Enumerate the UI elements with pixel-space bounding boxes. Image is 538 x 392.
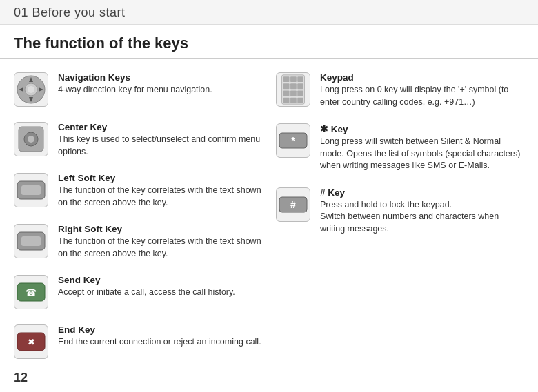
right-soft-key-icon <box>14 224 48 258</box>
key-title-right-soft-key: Right Soft Key <box>58 224 262 234</box>
svg-text:✖: ✖ <box>28 337 35 347</box>
section-title: The function of the keys <box>0 25 538 59</box>
key-title-navigation-keys: Navigation Keys <box>58 72 262 83</box>
key-item-center-key: Center KeyThis key is used to select/uns… <box>14 119 262 161</box>
center-key-icon <box>14 122 48 156</box>
key-item-keypad: KeypadLong press on 0 key will display t… <box>276 70 524 111</box>
svg-rect-13 <box>21 236 41 246</box>
key-title-keypad: Keypad <box>320 72 524 83</box>
key-desc-keypad: Long press on 0 key will display the '+'… <box>320 84 524 108</box>
left-soft-key-icon <box>14 173 48 207</box>
svg-text:☎: ☎ <box>26 287 37 298</box>
key-title-hash-key: # Key <box>320 187 524 198</box>
key-item-right-soft-key: Right Soft KeyThe function of the key co… <box>14 221 262 262</box>
page-header: 01 Before you start <box>0 0 538 25</box>
svg-rect-22 <box>283 83 290 89</box>
key-desc-send-key: Accept or initiate a call, access the ca… <box>58 287 262 299</box>
key-desc-end-key: End the current connection or reject an … <box>58 336 262 349</box>
content-area: Navigation Keys4-way direction key for m… <box>0 66 538 375</box>
key-desc-star-key: Long press will switch between Silent & … <box>320 136 524 172</box>
svg-point-9 <box>28 136 34 143</box>
key-desc-right-soft-key: The function of the key correlates with … <box>58 236 262 260</box>
svg-rect-23 <box>290 83 297 89</box>
key-item-send-key: ☎ Send KeyAccept or initiate a call, acc… <box>14 272 262 312</box>
key-item-hash-key: # # KeyPress and hold to lock the keypad… <box>276 185 524 238</box>
key-desc-navigation-keys: 4-way direction key for menu navigation. <box>58 84 262 96</box>
keypad-icon <box>276 72 310 107</box>
star-key-icon: * <box>276 123 310 158</box>
key-desc-center-key: This key is used to select/unselect and … <box>58 134 262 158</box>
svg-text:*: * <box>291 135 295 146</box>
svg-rect-28 <box>283 98 290 103</box>
svg-rect-24 <box>297 83 303 89</box>
key-item-left-soft-key: Left Soft KeyThe function of the key cor… <box>14 170 262 212</box>
page-footer: 12 <box>14 371 28 385</box>
key-title-star-key: ✱ Key <box>320 123 524 134</box>
svg-rect-27 <box>297 91 303 96</box>
send-key-icon: ☎ <box>14 275 48 309</box>
right-column: KeypadLong press on 0 key will display t… <box>269 66 531 375</box>
svg-text:#: # <box>290 199 296 210</box>
svg-rect-30 <box>297 98 303 103</box>
key-desc-hash-key: Press and hold to lock the keypad. Switc… <box>320 199 524 236</box>
key-desc-left-soft-key: The function of the key correlates with … <box>58 185 262 209</box>
svg-rect-11 <box>21 185 41 195</box>
key-item-star-key: * ✱ KeyLong press will switch between Si… <box>276 121 524 175</box>
nav-key-icon <box>14 72 48 107</box>
key-item-navigation-keys: Navigation Keys4-way direction key for m… <box>14 70 262 110</box>
key-item-end-key: ✖ End KeyEnd the current connection or r… <box>14 322 262 362</box>
svg-rect-19 <box>283 76 290 82</box>
svg-rect-20 <box>290 76 297 82</box>
left-column: Navigation Keys4-way direction key for m… <box>7 66 269 375</box>
svg-rect-21 <box>297 76 303 82</box>
key-title-left-soft-key: Left Soft Key <box>58 173 262 183</box>
hash-key-icon: # <box>276 187 310 222</box>
svg-point-2 <box>28 86 34 93</box>
key-title-send-key: Send Key <box>58 275 262 285</box>
svg-rect-29 <box>290 98 297 103</box>
key-title-end-key: End Key <box>58 324 262 335</box>
end-key-icon: ✖ <box>14 324 48 359</box>
svg-rect-26 <box>290 91 297 96</box>
key-title-center-key: Center Key <box>58 122 262 132</box>
svg-rect-25 <box>283 91 290 96</box>
